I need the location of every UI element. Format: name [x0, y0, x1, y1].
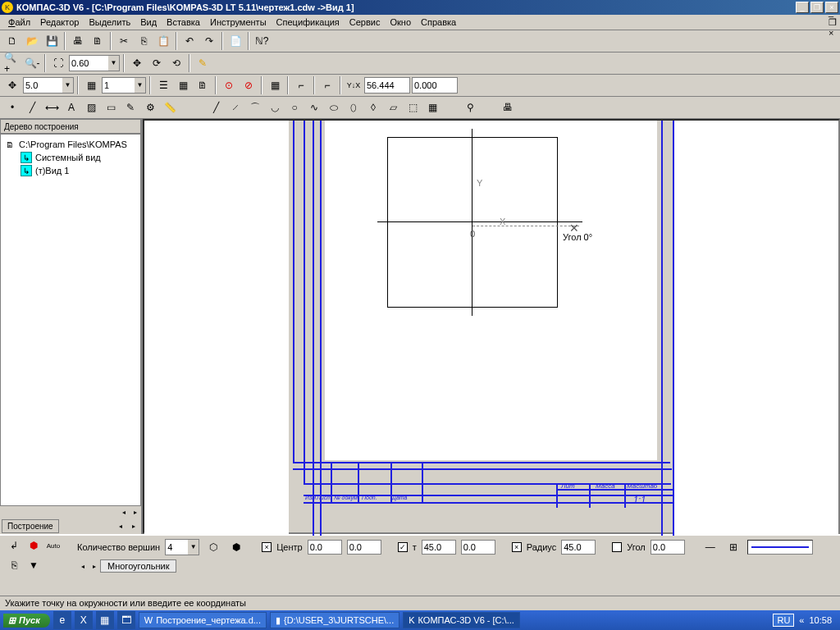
angle-input[interactable]	[651, 540, 685, 555]
start-button[interactable]: ⊞ Пуск	[3, 614, 50, 628]
zoom-window-button[interactable]: ⛶	[49, 54, 67, 72]
quick-excel-icon[interactable]: X	[75, 611, 93, 629]
store-button[interactable]: ▼	[25, 556, 43, 574]
param-tool[interactable]: ⚙	[141, 98, 159, 116]
menu-window[interactable]: Окно	[385, 16, 416, 29]
views-button[interactable]: ▦	[174, 76, 192, 94]
aux8[interactable]: ⬯	[345, 98, 363, 116]
axes-button[interactable]: ⊞	[724, 538, 742, 556]
layers-button[interactable]: ☰	[154, 76, 172, 94]
save-button[interactable]: 💾	[43, 32, 61, 50]
inscribed-button[interactable]: ⬡	[204, 538, 222, 556]
cut-button[interactable]: ✂	[115, 32, 133, 50]
print-button[interactable]: 🖶	[69, 32, 87, 50]
new-button[interactable]: 🗋	[3, 32, 21, 50]
aux6[interactable]: ∿	[305, 98, 323, 116]
mdi-minimize-button[interactable]: _	[829, 7, 837, 17]
scroll-left-icon[interactable]: ◂	[118, 506, 130, 518]
maximize-button[interactable]: ❐	[810, 2, 824, 13]
mdi-close-button[interactable]: ×	[829, 28, 837, 38]
ortho-button[interactable]: ⌐	[292, 76, 310, 94]
menu-insert[interactable]: Вставка	[162, 16, 205, 29]
minimize-button[interactable]: _	[796, 2, 809, 13]
zoom-out-button[interactable]: 🔍-	[23, 54, 41, 72]
redo-button[interactable]: ↷	[200, 32, 218, 50]
dropdown-icon[interactable]: ▼	[108, 55, 120, 71]
layer-input[interactable]	[102, 77, 135, 94]
select-tool[interactable]: ▭	[102, 98, 120, 116]
edit-button[interactable]: ✎	[194, 54, 212, 72]
step-combo[interactable]: ▼	[23, 77, 74, 94]
refresh-button[interactable]: ⟲	[167, 54, 185, 72]
tray-icon[interactable]: «	[799, 615, 804, 625]
taskbar-item[interactable]: ▮{D:\USER_3\JURTSCHE\...	[270, 612, 399, 628]
step-input[interactable]	[23, 77, 62, 94]
edit-tool[interactable]: ✎	[121, 98, 139, 116]
mdi-maximize-button[interactable]: ❐	[829, 17, 837, 28]
properties-button[interactable]: 📄	[226, 32, 244, 50]
scroll-right-icon[interactable]: ▸	[130, 506, 141, 518]
paste-button[interactable]: 📋	[154, 32, 172, 50]
copy-props-button[interactable]: ⎘	[5, 556, 23, 574]
quick-xl-icon[interactable]: ▦	[96, 611, 114, 629]
menu-file[interactable]: Файл	[3, 16, 35, 29]
angle-checkbox[interactable]	[612, 542, 622, 552]
linestyle-combo[interactable]	[747, 540, 813, 555]
style-button[interactable]: —	[701, 538, 719, 556]
menu-view[interactable]: Вид	[135, 16, 162, 29]
aux11[interactable]: ⬚	[404, 98, 422, 116]
drawing-canvas[interactable]: 0 Y X ✕ Угол 0° Лит Масса Масштаб 1:1 Из…	[143, 119, 840, 534]
tree-item[interactable]: ↳ (т)Вид 1	[4, 164, 137, 177]
measure-tool[interactable]: 📏	[161, 98, 179, 116]
lang-indicator[interactable]: RU	[773, 614, 794, 627]
taskbar-item[interactable]: WПостроение_чертежа.d...	[139, 612, 267, 628]
aux4[interactable]: ◡	[266, 98, 284, 116]
vertices-combo[interactable]: ▼	[165, 539, 199, 555]
center-y-input[interactable]	[347, 540, 381, 555]
coord-x-input[interactable]	[364, 77, 410, 94]
aux3[interactable]: ⌒	[246, 98, 264, 116]
center-x-input[interactable]	[308, 540, 342, 555]
menu-tools[interactable]: Инструменты	[205, 16, 272, 29]
pan-button[interactable]: ✥	[128, 54, 146, 72]
tree-root[interactable]: 🗎 C:\Program Files\KOMPAS	[4, 138, 137, 151]
tab-right-icon[interactable]: ▸	[128, 520, 139, 532]
menu-spec[interactable]: Спецификация	[272, 16, 345, 29]
dropdown-icon[interactable]: ▼	[188, 539, 199, 555]
vertices-input[interactable]	[165, 539, 188, 555]
stop-button[interactable]: ⬢	[25, 536, 43, 555]
coord-y-input[interactable]	[412, 77, 458, 94]
tab-right-icon[interactable]: ▸	[89, 560, 100, 572]
text-tool[interactable]: A	[62, 98, 80, 116]
dim-tool[interactable]: ⟷	[43, 98, 61, 116]
menu-editor[interactable]: Редактор	[35, 16, 84, 29]
doc-button[interactable]: 🗎	[194, 76, 212, 94]
quick-ie-icon[interactable]: e	[53, 611, 71, 629]
t1-input[interactable]	[422, 540, 456, 555]
hatch-tool[interactable]: ▨	[82, 98, 100, 116]
snap2-button[interactable]: ⊘	[240, 76, 258, 94]
quick-desktop-icon[interactable]: 🗔	[117, 611, 135, 629]
tab-left-icon[interactable]: ◂	[115, 520, 126, 532]
taskbar-item-active[interactable]: KКОМПАС-3D V6 - [C:\...	[403, 612, 520, 628]
dropdown-icon[interactable]: ▼	[62, 77, 74, 94]
layer-combo[interactable]: ▼	[102, 77, 146, 94]
sidebar-tab-build[interactable]: Построение	[2, 519, 59, 533]
zoom-combo[interactable]: ▼	[69, 55, 120, 71]
model-tree[interactable]: 🗎 C:\Program Files\KOMPAS ↳ Системный ви…	[0, 134, 141, 506]
preview-button[interactable]: 🗎	[89, 32, 107, 50]
grid-button[interactable]: ▦	[266, 76, 284, 94]
menu-select[interactable]: Выделить	[84, 16, 135, 29]
t-checkbox[interactable]: ✓	[398, 542, 408, 552]
t2-input[interactable]	[461, 540, 495, 555]
help-button[interactable]: ℕ?	[253, 32, 271, 50]
rotate-button[interactable]: ⟳	[148, 54, 166, 72]
snap-button[interactable]: ⊙	[220, 76, 238, 94]
point-tool[interactable]: •	[3, 98, 21, 116]
auto-button[interactable]: Auto	[44, 536, 62, 555]
menu-help[interactable]: Справка	[416, 16, 461, 29]
aux7[interactable]: ⬭	[325, 98, 343, 116]
local-button[interactable]: ⌐	[318, 76, 336, 94]
line-tool[interactable]: ╱	[23, 98, 41, 116]
create-button[interactable]: ↲	[5, 536, 23, 555]
